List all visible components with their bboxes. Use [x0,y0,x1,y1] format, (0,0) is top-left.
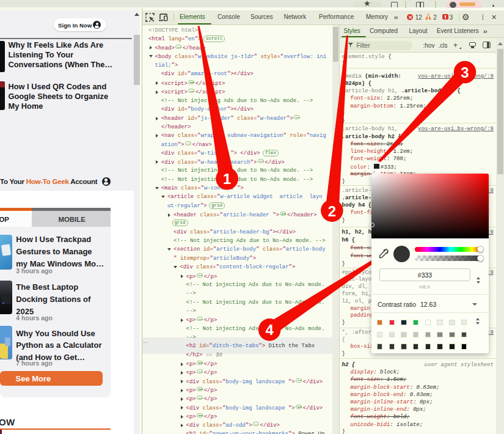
svg-text:1: 1 [223,171,231,187]
svg-text:4: 4 [266,322,274,338]
svg-text:2: 2 [328,203,336,219]
svg-text:3: 3 [461,64,469,81]
